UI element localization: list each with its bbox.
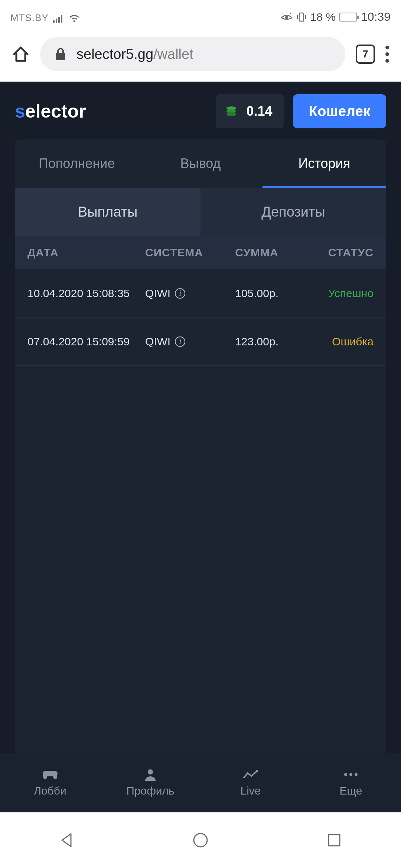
site-logo[interactable]: selector xyxy=(15,101,86,122)
system-name: QIWI xyxy=(145,287,170,300)
person-icon xyxy=(143,768,158,781)
url-text: selector5.gg/wallet xyxy=(76,46,193,62)
nav-label: Лобби xyxy=(34,785,66,797)
lock-icon xyxy=(55,47,66,61)
battery-percent: 18 % xyxy=(310,11,336,23)
more-icon xyxy=(343,768,358,781)
primary-tabs: Пополнение Вывод История xyxy=(15,139,386,188)
svg-point-16 xyxy=(148,769,153,775)
nav-lobby[interactable]: Лобби xyxy=(0,753,100,812)
wifi-icon xyxy=(69,14,80,23)
svg-point-5 xyxy=(285,16,288,19)
nav-more[interactable]: Еще xyxy=(301,753,401,812)
th-sum: СУММА xyxy=(235,246,311,259)
tab-switcher[interactable]: 7 xyxy=(356,45,375,64)
page-viewport: selector 0.14 Кошелек Пополнение Вывод И… xyxy=(0,82,401,812)
table-row: 10.04.2020 15:08:35 QIWI i 105.00р. Успе… xyxy=(15,269,386,318)
tab-withdraw[interactable]: Вывод xyxy=(138,139,262,188)
eye-icon xyxy=(281,13,293,22)
url-bar[interactable]: selector5.gg/wallet xyxy=(40,37,345,71)
url-domain: selector5.gg xyxy=(76,46,153,62)
balance-chip[interactable]: 0.14 xyxy=(216,94,284,128)
coins-icon xyxy=(225,105,238,118)
site-bottom-nav: Лобби Профиль Live Еще xyxy=(0,753,401,812)
logo-accent: s xyxy=(15,101,25,122)
svg-point-18 xyxy=(194,834,207,847)
table-row: 07.04.2020 15:09:59 QIWI i 123.00р. Ошиб… xyxy=(15,318,386,366)
svg-rect-9 xyxy=(299,13,304,21)
svg-rect-3 xyxy=(61,15,62,23)
svg-rect-1 xyxy=(56,19,57,23)
chart-line-icon xyxy=(243,768,258,781)
secondary-tabs: Выплаты Депозиты xyxy=(15,188,386,236)
status-left: MTS.BY xyxy=(10,12,80,24)
nav-label: Еще xyxy=(339,785,362,797)
carrier-label: MTS.BY xyxy=(10,12,49,24)
nav-live[interactable]: Live xyxy=(200,753,301,812)
subtab-deposits[interactable]: Депозиты xyxy=(200,188,386,236)
subtab-payouts[interactable]: Выплаты xyxy=(15,188,200,236)
cell-status: Ошибка xyxy=(311,335,374,348)
th-system: СИСТЕМА xyxy=(145,246,235,259)
logo-rest: elector xyxy=(25,101,86,122)
status-right: 18 % 10:39 xyxy=(281,10,391,24)
table-empty-space xyxy=(15,366,386,753)
cell-sum: 123.00р. xyxy=(235,335,311,348)
info-icon[interactable]: i xyxy=(175,288,185,299)
nav-label: Live xyxy=(240,785,261,797)
site-header: selector 0.14 Кошелек xyxy=(0,82,401,139)
balance-value: 0.14 xyxy=(246,103,272,119)
svg-point-4 xyxy=(73,20,75,22)
wallet-button[interactable]: Кошелек xyxy=(293,94,386,128)
vibrate-icon xyxy=(296,12,307,22)
cell-status: Успешно xyxy=(311,287,374,300)
android-home-icon[interactable] xyxy=(192,832,209,849)
svg-point-15 xyxy=(226,112,236,116)
cell-system: QIWI i xyxy=(145,287,235,300)
nav-profile[interactable]: Профиль xyxy=(100,753,200,812)
signal-icon xyxy=(53,14,64,23)
clock: 10:39 xyxy=(361,10,391,24)
browser-toolbar: selector5.gg/wallet 7 xyxy=(0,27,401,82)
cell-date: 07.04.2020 15:09:59 xyxy=(27,335,145,348)
th-date: ДАТА xyxy=(27,246,145,259)
info-icon[interactable]: i xyxy=(175,336,185,347)
cell-sum: 105.00р. xyxy=(235,287,311,300)
svg-rect-12 xyxy=(56,53,65,60)
android-status-bar: MTS.BY 18 % 10:39 xyxy=(0,0,401,27)
android-recent-icon[interactable] xyxy=(326,832,343,849)
gamepad-icon xyxy=(43,768,58,781)
system-name: QIWI xyxy=(145,335,170,348)
tab-history[interactable]: История xyxy=(263,139,386,188)
wallet-card: Пополнение Вывод История Выплаты Депозит… xyxy=(15,139,386,753)
android-back-icon[interactable] xyxy=(58,832,75,849)
svg-rect-2 xyxy=(58,17,60,23)
url-path: /wallet xyxy=(153,46,193,62)
cell-system: QIWI i xyxy=(145,335,235,348)
android-nav-bar xyxy=(0,812,401,868)
table-header: ДАТА СИСТЕМА СУММА СТАТУС xyxy=(15,236,386,269)
svg-rect-19 xyxy=(329,835,340,846)
th-status: СТАТУС xyxy=(311,246,374,259)
browser-home-icon[interactable] xyxy=(12,45,30,63)
browser-menu-icon[interactable] xyxy=(385,46,389,63)
battery-icon xyxy=(339,13,357,22)
nav-label: Профиль xyxy=(126,785,175,797)
tab-deposit[interactable]: Пополнение xyxy=(15,139,138,188)
cell-date: 10.04.2020 15:08:35 xyxy=(27,287,145,300)
svg-rect-0 xyxy=(53,20,55,23)
